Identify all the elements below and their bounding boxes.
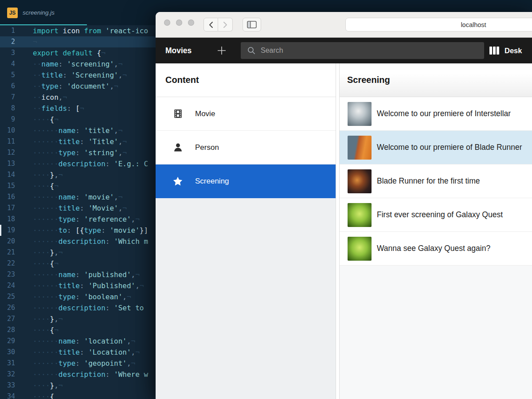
- code-line[interactable]: 3export default {¬: [0, 47, 156, 59]
- line-number[interactable]: 25: [0, 291, 20, 302]
- line-number[interactable]: 24: [0, 280, 20, 291]
- line-number[interactable]: 28: [0, 325, 20, 336]
- create-document-button[interactable]: [216, 45, 227, 56]
- code-line[interactable]: 30······title: 'Location',¬: [0, 347, 156, 358]
- line-number[interactable]: 27: [0, 313, 20, 325]
- line-number[interactable]: 16: [0, 192, 20, 203]
- code-line[interactable]: 11······title: 'Title',¬: [0, 136, 156, 147]
- code-line[interactable]: 31······type: 'geopoint',¬: [0, 358, 156, 369]
- line-number[interactable]: 10: [0, 125, 20, 136]
- line-number[interactable]: 33: [0, 380, 20, 391]
- sidebar-toggle-button[interactable]: [243, 18, 261, 31]
- code-line[interactable]: 6··type: 'document',¬: [0, 81, 156, 92]
- line-number[interactable]: 26: [0, 302, 20, 313]
- code-lines[interactable]: 1import icon from 'react-ico2¬3export de…: [0, 25, 156, 399]
- code-line[interactable]: 7··icon,¬: [0, 92, 156, 103]
- line-number[interactable]: 9: [0, 114, 20, 125]
- code-line[interactable]: 25······type: 'boolean',¬: [0, 291, 156, 302]
- address-bar[interactable]: [345, 18, 532, 31]
- close-button[interactable]: [164, 20, 170, 26]
- line-number[interactable]: 11: [0, 136, 20, 147]
- code-line[interactable]: 28····{¬: [0, 325, 156, 336]
- minimize-button[interactable]: [176, 20, 182, 26]
- line-number[interactable]: 32: [0, 369, 20, 380]
- code-line[interactable]: 20······description: 'Which m: [0, 236, 156, 247]
- document-thumbnail-galaxyquest: [348, 203, 372, 227]
- code-line[interactable]: 19······to: [{type: 'movie'}]: [0, 225, 156, 236]
- code-line[interactable]: 17······title: 'Movie',¬: [0, 203, 156, 214]
- line-number[interactable]: 15: [0, 180, 20, 192]
- code-text: ····},¬: [20, 313, 63, 325]
- editor-tab-screening-js[interactable]: JS screening.js: [0, 0, 87, 25]
- line-number[interactable]: 7: [0, 92, 20, 103]
- person-icon: [172, 142, 183, 153]
- content-type-item-movie[interactable]: Movie: [156, 97, 336, 131]
- code-line[interactable]: 1import icon from 'react-ico: [0, 25, 156, 36]
- document-list-item[interactable]: First ever screening of Galaxy Quest: [340, 198, 532, 232]
- line-number[interactable]: 12: [0, 147, 20, 158]
- line-number[interactable]: 3: [0, 47, 20, 59]
- code-line[interactable]: 23······name: 'published',¬: [0, 269, 156, 280]
- line-number[interactable]: 22: [0, 258, 20, 269]
- line-number[interactable]: 18: [0, 214, 20, 225]
- code-line[interactable]: 18······type: 'reference',¬: [0, 214, 156, 225]
- line-number[interactable]: 14: [0, 169, 20, 180]
- zoom-button[interactable]: [188, 20, 194, 26]
- forward-button[interactable]: [218, 18, 233, 31]
- code-line[interactable]: 10······name: 'title',¬: [0, 125, 156, 136]
- line-number[interactable]: 1: [0, 25, 20, 36]
- code-text: import icon from 'react-ico: [20, 25, 148, 36]
- code-line[interactable]: 29······name: 'location',¬: [0, 336, 156, 347]
- code-line[interactable]: 27····},¬: [0, 313, 156, 325]
- active-line-marker: [0, 225, 1, 236]
- line-number[interactable]: 8: [0, 103, 20, 114]
- studio-title: Movies: [165, 38, 192, 63]
- line-number[interactable]: 4: [0, 59, 20, 70]
- code-line[interactable]: 12······type: 'string',¬: [0, 147, 156, 158]
- line-number[interactable]: 34: [0, 391, 20, 399]
- code-line[interactable]: 26······description: 'Set to: [0, 302, 156, 313]
- code-line[interactable]: 8··fields: [¬: [0, 103, 156, 114]
- code-line[interactable]: 16······name: 'movie',¬: [0, 192, 156, 203]
- code-line[interactable]: 4··name: 'screening',¬: [0, 59, 156, 70]
- content-type-label: Movie: [195, 110, 215, 118]
- content-type-label: Screening: [195, 177, 229, 186]
- line-number[interactable]: 20: [0, 236, 20, 247]
- line-number[interactable]: 30: [0, 347, 20, 358]
- desk-tool-button[interactable]: Desk: [489, 38, 522, 63]
- line-number[interactable]: 5: [0, 70, 20, 81]
- film-icon: [172, 109, 183, 119]
- line-number[interactable]: 6: [0, 81, 20, 92]
- search-field[interactable]: [241, 42, 484, 59]
- content-type-item-person[interactable]: Person: [156, 131, 336, 164]
- line-number[interactable]: 19: [0, 225, 20, 236]
- code-text: ····},¬: [20, 169, 63, 180]
- code-line[interactable]: 15····{¬: [0, 180, 156, 192]
- line-number[interactable]: 13: [0, 158, 20, 169]
- line-number[interactable]: 29: [0, 336, 20, 347]
- code-text: ····{¬: [20, 180, 59, 192]
- line-number[interactable]: 2: [0, 36, 20, 47]
- code-line[interactable]: 5··title: 'Screening',¬: [0, 70, 156, 81]
- document-list-item[interactable]: Welcome to our premiere of Blade Runner: [340, 131, 532, 164]
- code-line[interactable]: 2¬: [0, 36, 156, 47]
- code-line[interactable]: 34····{: [0, 391, 156, 399]
- line-number[interactable]: 23: [0, 269, 20, 280]
- back-button[interactable]: [203, 18, 218, 31]
- code-line[interactable]: 33····},¬: [0, 380, 156, 391]
- content-type-item-screening[interactable]: Screening: [156, 164, 336, 198]
- line-number[interactable]: 31: [0, 358, 20, 369]
- code-line[interactable]: 13······description: 'E.g.: C: [0, 158, 156, 169]
- code-line[interactable]: 21····},¬: [0, 247, 156, 258]
- line-number[interactable]: 17: [0, 203, 20, 214]
- code-line[interactable]: 22····{¬: [0, 258, 156, 269]
- document-list-item[interactable]: Welcome to our premiere of Interstellar: [340, 97, 532, 131]
- line-number[interactable]: 21: [0, 247, 20, 258]
- code-line[interactable]: 14····},¬: [0, 169, 156, 180]
- code-line[interactable]: 24······title: 'Published',¬: [0, 280, 156, 291]
- code-line[interactable]: 32······description: 'Where w: [0, 369, 156, 380]
- code-line[interactable]: 9····{¬: [0, 114, 156, 125]
- search-input[interactable]: [261, 47, 465, 55]
- document-list-item[interactable]: Blade Runner for the first time: [340, 164, 532, 198]
- document-list-item[interactable]: Wanna see Galaxy Quest again?: [340, 232, 532, 266]
